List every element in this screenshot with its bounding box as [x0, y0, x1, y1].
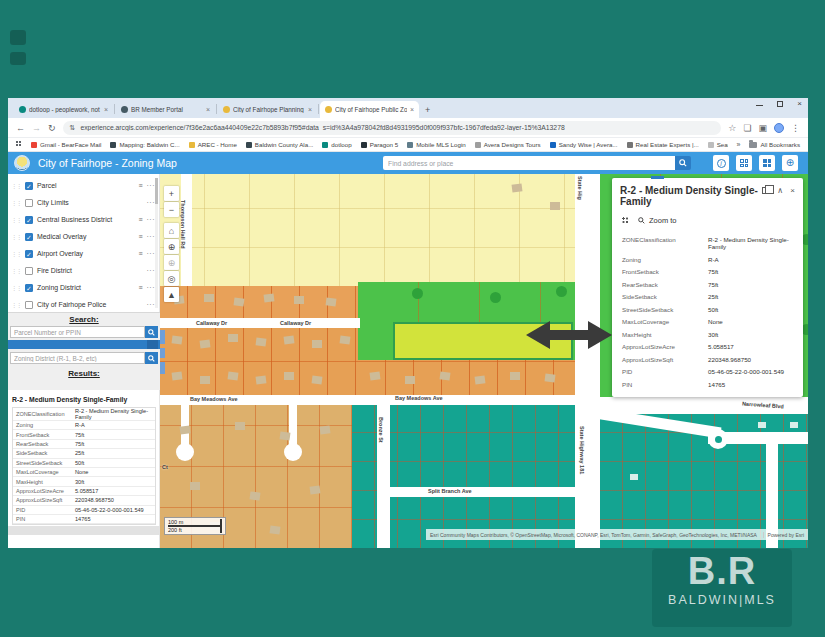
search-icon[interactable] [675, 156, 691, 170]
locate-button[interactable]: ◎ [164, 271, 179, 286]
drag-handle-icon[interactable]: ⋮⋮ [11, 285, 21, 291]
layer-checkbox[interactable]: ✓ [25, 216, 33, 224]
basemap-button[interactable]: ⊕ [782, 155, 798, 171]
layer-checkbox[interactable] [25, 301, 33, 309]
bookmark-item[interactable]: Mapping: Baldwin C... [110, 141, 179, 148]
browser-menu-icon[interactable]: ⋮ [791, 123, 800, 133]
drag-handle-icon[interactable]: ⋮⋮ [11, 200, 21, 206]
drag-handle-icon[interactable]: ⋮⋮ [11, 268, 21, 274]
layer-row[interactable]: ⋮⋮✓Zoning District≡··· [8, 279, 159, 296]
bookmark-item[interactable]: Paragon 5 [361, 141, 399, 148]
legend-icon[interactable]: ≡ [138, 233, 142, 240]
legend-button[interactable] [736, 155, 752, 171]
close-window-icon[interactable]: × [797, 101, 802, 107]
back-icon[interactable]: ← [16, 123, 25, 133]
map-canvas[interactable]: Thompson Hall Rd State Hig Callaway Dr C… [160, 174, 808, 548]
apps-grid-icon[interactable] [16, 141, 22, 148]
zoom-to-button[interactable]: Zoom to [638, 216, 677, 225]
legend-icon[interactable]: ≡ [138, 182, 142, 189]
tab-close-icon[interactable]: × [410, 106, 414, 113]
profile-avatar[interactable] [774, 123, 784, 133]
layer-row[interactable]: ⋮⋮✓Parcel≡··· [8, 177, 159, 194]
building-footprint [256, 375, 267, 384]
compass-button[interactable]: ▲ [164, 287, 179, 302]
browser-tab[interactable]: City of Fairhope Public Zoning× [320, 101, 419, 118]
info-button[interactable]: i [713, 155, 729, 171]
layer-checkbox[interactable]: ✓ [25, 250, 33, 258]
layer-checkbox[interactable]: ✓ [25, 182, 33, 190]
layer-options-icon[interactable]: ··· [147, 301, 156, 308]
address-search-input[interactable] [383, 156, 675, 170]
layer-row[interactable]: ⋮⋮✓Medical Overlay≡··· [8, 228, 159, 245]
forward-icon[interactable]: → [32, 123, 41, 133]
new-tab-button[interactable]: + [425, 105, 430, 115]
home-button[interactable]: ⌂ [164, 223, 179, 238]
bookmarks-overflow-chevron[interactable]: » [737, 141, 741, 148]
drag-handle-icon[interactable]: ⋮⋮ [11, 217, 21, 223]
layer-options-icon[interactable]: ··· [147, 267, 156, 274]
bookmark-star-icon[interactable]: ☆ [728, 123, 736, 133]
sidebar-footer-bar [8, 526, 160, 535]
bookmark-item[interactable]: Baldwin County Ala... [246, 141, 313, 148]
parcel-search-icon[interactable] [145, 326, 158, 338]
tab-close-icon[interactable]: × [308, 106, 312, 113]
layer-checkbox[interactable]: ✓ [25, 284, 33, 292]
bookmark-item[interactable]: Gmail - BearFace Mail [31, 141, 102, 148]
zoning-search-icon[interactable] [145, 352, 158, 364]
drag-handle-icon[interactable]: ⋮⋮ [11, 251, 21, 257]
layer-options-icon[interactable]: ··· [147, 182, 156, 189]
address-bar[interactable]: ⇅ experience.arcgis.com/experience/7f36e… [63, 121, 722, 135]
minimize-icon[interactable] [756, 102, 763, 106]
zoom-out-button[interactable]: − [164, 202, 179, 217]
parcel-search-input[interactable] [10, 326, 145, 338]
zoom-in-button[interactable]: + [164, 186, 179, 201]
browser-tab[interactable]: City of Fairhope Planning & Z...× [218, 101, 317, 118]
bookmark-item[interactable]: Avera Designs Tours [475, 141, 541, 148]
layer-checkbox[interactable]: ✓ [25, 233, 33, 241]
bookmark-item[interactable]: Mobile MLS Login [407, 141, 466, 148]
tab-close-icon[interactable]: × [104, 106, 108, 113]
bookmark-item[interactable]: Sandy Wise | Avera... [550, 141, 618, 148]
layer-list-scrollbar[interactable] [155, 178, 158, 308]
maximize-icon[interactable] [777, 101, 783, 107]
side-panel-icon[interactable]: ▣ [758, 123, 767, 133]
layers-button[interactable] [759, 155, 775, 171]
bookmark-item[interactable]: AREC - Home [189, 141, 237, 148]
pan-alt-button[interactable]: ⊕ [164, 255, 179, 270]
browser-tab[interactable]: BR Member Portal× [116, 101, 215, 118]
layer-checkbox[interactable] [25, 199, 33, 207]
site-settings-icon[interactable]: ⇅ [70, 124, 76, 132]
powered-by-esri: Powered by Esri [763, 532, 808, 538]
extension-icon[interactable]: ❏ [743, 123, 751, 133]
legend-icon[interactable]: ≡ [138, 250, 142, 257]
layer-checkbox[interactable] [25, 267, 33, 275]
layer-row[interactable]: ⋮⋮City Limits··· [8, 194, 159, 211]
layer-options-icon[interactable]: ··· [147, 284, 156, 291]
all-bookmarks-button[interactable]: All Bookmarks [749, 141, 800, 148]
layer-options-icon[interactable]: ··· [147, 233, 156, 240]
bookmark-item[interactable]: Search - Assurance... [708, 141, 728, 148]
popup-dock-actions-icon[interactable] [622, 217, 629, 224]
drag-handle-icon[interactable]: ⋮⋮ [11, 234, 21, 240]
zoning-search-input[interactable] [10, 352, 145, 364]
tab-close-icon[interactable]: × [206, 106, 210, 113]
legend-icon[interactable]: ≡ [138, 284, 142, 291]
collapse-icon[interactable]: ∧ [777, 186, 783, 195]
drag-handle-icon[interactable]: ⋮⋮ [11, 183, 21, 189]
layer-options-icon[interactable]: ··· [147, 199, 156, 206]
bookmark-item[interactable]: dotloop [322, 141, 351, 148]
drag-handle-icon[interactable]: ⋮⋮ [11, 302, 21, 308]
browser-tab[interactable]: dotloop - peoplework, not pap...× [14, 101, 113, 118]
layer-row[interactable]: ⋮⋮✓Airport Overlay≡··· [8, 245, 159, 262]
reload-icon[interactable]: ↻ [48, 123, 56, 133]
bookmark-item[interactable]: Real Estate Experts |... [627, 141, 699, 148]
layer-row[interactable]: ⋮⋮✓Central Business District≡··· [8, 211, 159, 228]
legend-icon[interactable]: ≡ [138, 216, 142, 223]
dock-icon[interactable] [762, 187, 769, 194]
close-popup-icon[interactable]: × [790, 186, 795, 195]
layer-options-icon[interactable]: ··· [147, 216, 156, 223]
layer-row[interactable]: ⋮⋮City of Fairhope Police··· [8, 296, 159, 313]
layer-row[interactable]: ⋮⋮Fire District··· [8, 262, 159, 279]
layer-options-icon[interactable]: ··· [147, 250, 156, 257]
pan-button[interactable]: ⊕ [164, 239, 179, 254]
